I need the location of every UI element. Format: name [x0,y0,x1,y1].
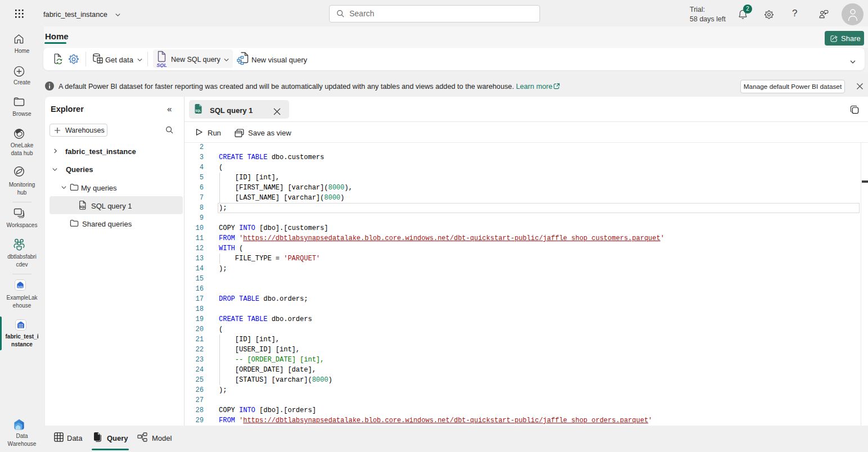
svg-text:SQL: SQL [79,205,86,209]
svg-text:SQL: SQL [156,62,167,67]
svg-text:SQL: SQL [195,110,201,112]
